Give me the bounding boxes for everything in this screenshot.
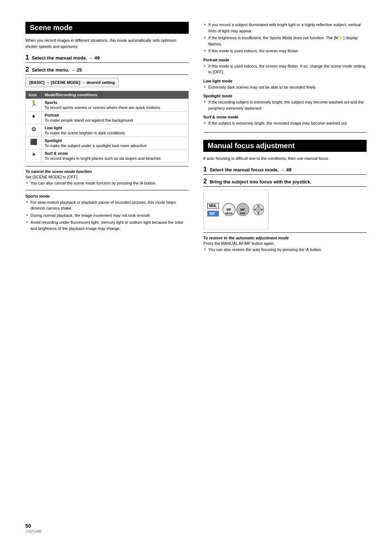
step2-heading: 2 Select the menu. → 25 xyxy=(25,66,189,75)
table-row: ⬛SpotlightTo make the subject under a sp… xyxy=(26,137,189,150)
table-row: ⚙Low lightTo make the scene brighter in … xyxy=(26,124,189,137)
manual-focus-title: Manual focus adjustment xyxy=(208,142,295,150)
mf-label-stack: MNL MF xyxy=(207,203,219,216)
top-bullets: If you record a subject illuminated with… xyxy=(203,22,367,54)
spotlight-mode-section: Spotlight mode If the recording subject … xyxy=(203,94,367,111)
scene-mode-heading: Scene mode xyxy=(25,22,189,34)
svg-point-1 xyxy=(256,207,261,212)
mf-circle-near: MF NEAR xyxy=(222,203,236,216)
joystick-svg xyxy=(252,203,265,216)
sports-bullet: Avoid recording under fluorescent light,… xyxy=(25,219,189,231)
top-bullet: If you record a subject illuminated with… xyxy=(203,22,367,34)
sports-bullet: During normal playback, the image moveme… xyxy=(25,212,189,219)
manual-step1-heading: 1 Select the manual focus mode. → 49 xyxy=(203,166,367,175)
lsqt-code: LSQT1488 xyxy=(25,530,367,533)
table-header-icon: Icon xyxy=(26,91,42,99)
mode-desc-cell: Low lightTo make the scene brighter in d… xyxy=(42,124,189,137)
page: Scene mode When you record images in dif… xyxy=(0,0,392,555)
mf-display-box: MNL MF MF NEAR MF FAR xyxy=(203,190,269,230)
sports-icon: 🏃 xyxy=(26,99,42,112)
cancel-note-title: To cancel the scene mode function xyxy=(25,169,189,174)
mode-table: Icon Mode/Recording conditions 🏃SportsTo… xyxy=(25,91,189,162)
mode-desc-cell: SpotlightTo make the subject under a spo… xyxy=(42,137,189,150)
top-bullet: If this mode is used indoors, the screen… xyxy=(203,48,367,54)
cancel-note: To cancel the scene mode function Set [S… xyxy=(25,166,189,186)
step1-heading: 1 Select the manual mode. → 49 xyxy=(25,54,189,63)
low-light-mode-heading: Low light mode xyxy=(203,79,367,83)
mode-desc-cell: SportsTo record sports scenes or scenes … xyxy=(42,99,189,112)
portrait-icon: ♦ xyxy=(26,112,42,124)
table-row: ☀Surf & snowTo record images in bright p… xyxy=(26,150,189,162)
mf-circle-far: MF FAR xyxy=(236,203,249,216)
mnl-label: MNL xyxy=(207,203,219,208)
manual-focus-intro: If auto focusing is difficult due to the… xyxy=(203,155,367,162)
restore-note: To restore to the automatic adjustment m… xyxy=(203,232,367,253)
portrait-mode-heading: Portrait mode xyxy=(203,58,367,62)
table-row: 🏃SportsTo record sports scenes or scenes… xyxy=(26,99,189,112)
sports-bullet: For slow-motion playback or playback pau… xyxy=(25,199,189,211)
joystick-icon xyxy=(253,204,264,215)
sports-mode-notes: Sports mode For slow-motion playback or … xyxy=(25,194,189,232)
manual-focus-heading: Manual focus adjustment xyxy=(203,140,367,152)
left-column: Scene mode When you record images in dif… xyxy=(25,22,189,512)
page-number: 50 xyxy=(25,523,367,529)
restore-note-line1: Press the MANUAL AF/MF button again. xyxy=(203,241,367,246)
cancel-note-line1: Set [SCENE MODE] to [OFF]. xyxy=(25,175,189,179)
cancel-note-bullet1: You can also cancel the scene mode funct… xyxy=(25,180,189,186)
mf-label: MF xyxy=(207,211,219,216)
table-header-mode: Mode/Recording conditions xyxy=(42,91,189,99)
restore-note-bullet1: You can also restore the auto focusing b… xyxy=(203,247,367,253)
sports-bullets: For slow-motion playback or playback pau… xyxy=(25,199,189,232)
surf-snow-mode-section: Surf & snow mode If the subject is extre… xyxy=(203,115,367,126)
scene-mode-intro: When you record images in different situ… xyxy=(25,37,189,49)
mf-circles: MF NEAR MF FAR xyxy=(222,203,249,216)
page-footer: 50 LSQT1488 xyxy=(25,523,367,533)
right-column: If you record a subject illuminated with… xyxy=(203,22,367,512)
mode-desc-cell: PortraitTo make people stand out against… xyxy=(42,112,189,124)
mf-display-inner: MNL MF MF NEAR MF FAR xyxy=(207,203,264,216)
low-light-mode-section: Low light mode Extremely dark scenes may… xyxy=(203,79,367,90)
table-row: ♦PortraitTo make people stand out agains… xyxy=(26,112,189,124)
top-bullet: If the brightness is insufficient, the S… xyxy=(203,35,367,47)
spotlight-icon: ⬛ xyxy=(26,137,42,150)
low-light-icon: ⚙ xyxy=(26,124,42,137)
spotlight-mode-heading: Spotlight mode xyxy=(203,94,367,98)
portrait-mode-section: Portrait mode If this mode is used indoo… xyxy=(203,58,367,75)
manual-step2-heading: 2 Bring the subject into focus with the … xyxy=(203,178,367,187)
menu-box: [BASIC] → [SCENE MODE] → desired setting xyxy=(25,78,119,87)
sports-mode-heading: Sports mode xyxy=(25,194,189,198)
scene-mode-title: Scene mode xyxy=(30,24,73,32)
restore-note-title: To restore to the automatic adjustment m… xyxy=(203,236,367,240)
surf-snow-mode-heading: Surf & snow mode xyxy=(203,115,367,119)
surf-snow-icon: ☀ xyxy=(26,150,42,162)
manual-focus-section: Manual focus adjustment If auto focusing… xyxy=(203,140,367,253)
mode-desc-cell: Surf & snowTo record images in bright pl… xyxy=(42,150,189,162)
